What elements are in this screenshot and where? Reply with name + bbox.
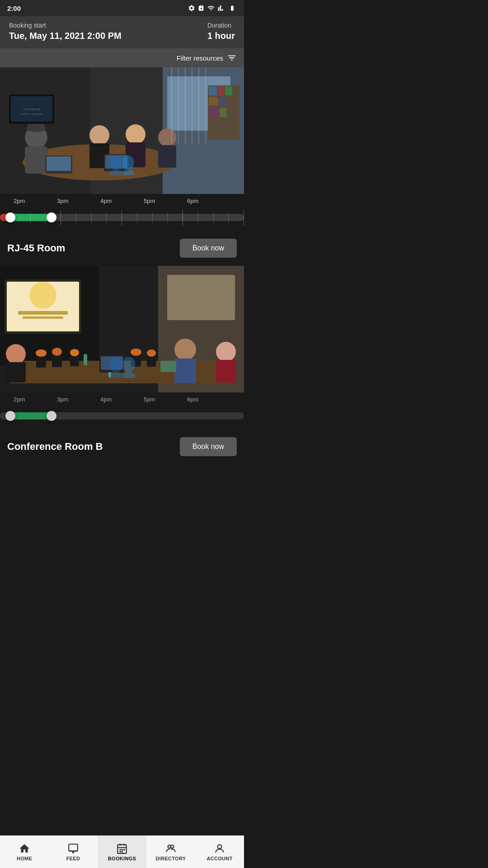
- svg-point-58: [131, 349, 141, 356]
- sim-icon: [198, 5, 204, 12]
- room-card-1: Commercial break in progress 2pm 3pm 4pm…: [0, 67, 244, 264]
- svg-text:Commercial: Commercial: [23, 108, 40, 111]
- booking-start-value: Tue, May 11, 2021 2:00 PM: [9, 31, 122, 41]
- svg-rect-36: [220, 108, 227, 117]
- room-1-info: RJ-45 Room Book now: [0, 232, 244, 264]
- timeline-label-6pm: 6pm: [187, 198, 230, 204]
- room-2-timeline[interactable]: 2pm 3pm 4pm 5pm 6pm: [0, 392, 244, 431]
- booking-header: Booking start Tue, May 11, 2021 2:00 PM …: [0, 16, 244, 48]
- svg-rect-43: [23, 316, 63, 319]
- svg-rect-35: [209, 108, 219, 117]
- duration-label: Duration: [207, 22, 231, 29]
- timeline-track-2[interactable]: [0, 405, 244, 427]
- rooms-list: Commercial break in progress 2pm 3pm 4pm…: [0, 67, 244, 529]
- svg-rect-12: [126, 142, 145, 167]
- svg-point-11: [126, 124, 145, 144]
- room-1-timeline[interactable]: 2pm 3pm 4pm 5pm 6pm: [0, 194, 244, 232]
- svg-point-61: [174, 339, 196, 360]
- book-now-button-1[interactable]: Book now: [180, 239, 237, 258]
- wifi-icon: [207, 5, 215, 12]
- status-icons: [188, 5, 237, 12]
- battery-icon: [228, 5, 237, 11]
- svg-rect-64: [216, 360, 236, 382]
- timeline-track-1[interactable]: [0, 206, 244, 229]
- filter-icon: [227, 53, 237, 63]
- timeline-2-handle-end[interactable]: [47, 411, 56, 421]
- svg-point-54: [70, 349, 79, 356]
- svg-point-50: [36, 349, 47, 357]
- timeline-2-label-6pm: 6pm: [187, 396, 230, 403]
- svg-rect-33: [209, 97, 218, 105]
- timeline-labels-1: 2pm 3pm 4pm 5pm 6pm: [0, 196, 244, 206]
- timeline-label-4pm: 4pm: [100, 198, 144, 204]
- timeline-2-label-4pm: 4pm: [100, 396, 144, 403]
- svg-rect-30: [209, 86, 217, 95]
- room-card-2: 2pm 3pm 4pm 5pm 6pm Conference Room B Bo…: [0, 266, 244, 462]
- settings-icon: [188, 5, 195, 12]
- room-1-name: RJ-45 Room: [7, 242, 65, 254]
- svg-point-63: [216, 342, 236, 362]
- timeline-label-5pm: 5pm: [144, 198, 187, 204]
- signal-icon: [218, 5, 225, 12]
- svg-rect-18: [105, 155, 127, 169]
- svg-point-47: [6, 344, 26, 364]
- timeline-label-3pm: 3pm: [57, 198, 100, 204]
- svg-rect-56: [101, 356, 123, 370]
- svg-rect-14: [158, 145, 176, 168]
- timeline-2-label-2pm: 2pm: [14, 396, 57, 403]
- room-image-1: Commercial break in progress: [0, 67, 244, 194]
- duration-section: Duration 1 hour: [207, 22, 235, 41]
- svg-rect-16: [47, 156, 71, 171]
- svg-rect-65: [84, 354, 87, 365]
- svg-rect-57: [131, 353, 141, 367]
- svg-rect-31: [218, 86, 224, 95]
- status-time: 2:00: [7, 5, 21, 12]
- status-bar: 2:00: [0, 0, 244, 16]
- svg-rect-42: [18, 311, 68, 315]
- timeline-label-2pm: 2pm: [14, 198, 57, 204]
- svg-rect-34: [219, 97, 225, 105]
- timeline-2-label-5pm: 5pm: [144, 396, 187, 403]
- svg-rect-6: [25, 146, 47, 174]
- room-2-name: Conference Room B: [7, 441, 103, 453]
- timeline-handle-end[interactable]: [47, 212, 56, 222]
- timeline-handle-start[interactable]: [5, 212, 15, 222]
- svg-rect-62: [174, 359, 196, 383]
- svg-point-41: [29, 282, 56, 309]
- svg-rect-45: [167, 275, 235, 320]
- filter-bar[interactable]: Filter resources: [0, 48, 244, 67]
- svg-point-52: [52, 348, 62, 356]
- room-2-info: Conference Room B Book now: [0, 431, 244, 462]
- timeline-selected-segment: [10, 214, 52, 221]
- timeline-2-label-3pm: 3pm: [57, 396, 100, 403]
- svg-point-13: [158, 128, 176, 146]
- filter-resources-label: Filter resources: [177, 54, 223, 62]
- booking-start-section: Booking start Tue, May 11, 2021 2:00 PM: [9, 22, 122, 41]
- svg-text:break in progress: break in progress: [21, 113, 42, 115]
- duration-value: 1 hour: [207, 31, 235, 41]
- booking-start-label: Booking start: [9, 22, 122, 29]
- svg-point-9: [89, 125, 109, 145]
- svg-point-60: [147, 349, 156, 357]
- timeline-2-handle-start[interactable]: [5, 411, 15, 421]
- svg-rect-48: [6, 362, 26, 382]
- room-image-2: [0, 266, 244, 392]
- svg-rect-66: [108, 372, 111, 377]
- timeline-2-selected: [10, 412, 52, 420]
- svg-rect-32: [225, 86, 232, 95]
- svg-rect-67: [160, 361, 176, 372]
- timeline-labels-2: 2pm 3pm 4pm 5pm 6pm: [0, 394, 244, 405]
- book-now-button-2[interactable]: Book now: [180, 437, 237, 456]
